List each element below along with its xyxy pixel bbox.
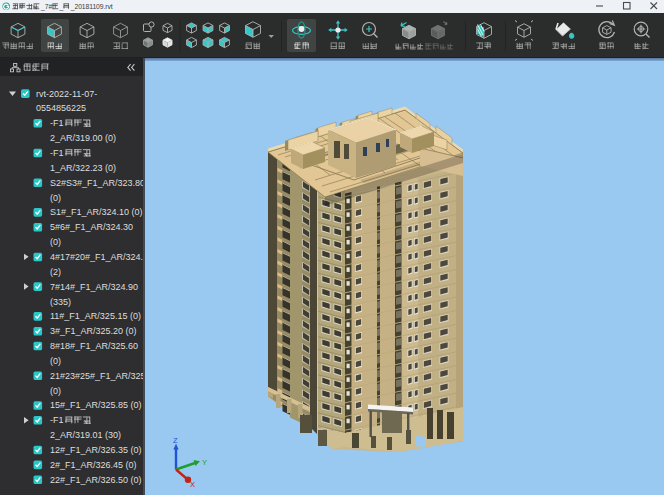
svg-text:3#_F1_AR/325.20 (0): 3#_F1_AR/325.20 (0) <box>50 326 137 336</box>
svg-text:(0): (0) <box>50 386 61 396</box>
svg-text:7#14#_F1_AR/324.90: 7#14#_F1_AR/324.90 <box>50 282 138 292</box>
svg-text:4#17#20#_F1_AR/324.: 4#17#20#_F1_AR/324. <box>50 252 143 262</box>
svg-text:8#18#_F1_AR/325.60: 8#18#_F1_AR/325.60 <box>50 341 138 351</box>
svg-text:(335): (335) <box>50 297 71 307</box>
svg-text:(0): (0) <box>50 237 61 247</box>
svg-text:S2#S3#_F1_AR/323.80: S2#S3#_F1_AR/323.80 <box>50 178 143 188</box>
svg-text:rvt-2022-11-07-: rvt-2022-11-07- <box>36 89 97 99</box>
svg-text:X: X <box>190 480 195 489</box>
svg-text:2_AR/319.01 (30): 2_AR/319.01 (30) <box>50 430 121 440</box>
svg-text:2#_F1_AR/326.45 (0): 2#_F1_AR/326.45 (0) <box>50 460 137 470</box>
svg-text:0554856225: 0554856225 <box>36 103 86 113</box>
svg-text:S1#_F1_AR/324.10 (0): S1#_F1_AR/324.10 (0) <box>50 207 143 217</box>
svg-text:-F1: -F1 <box>50 415 64 425</box>
svg-text:(0): (0) <box>50 193 61 203</box>
svg-text:22#_F1_AR/326.50 (0): 22#_F1_AR/326.50 (0) <box>50 475 142 485</box>
svg-text:-F1: -F1 <box>50 148 64 158</box>
svg-text:15#_F1_AR/325.85 (0): 15#_F1_AR/325.85 (0) <box>50 400 142 410</box>
svg-text:2_AR/319.00 (0): 2_AR/319.00 (0) <box>50 133 116 143</box>
svg-text:12#_F1_AR/326.35 (0): 12#_F1_AR/326.35 (0) <box>50 445 142 455</box>
svg-text:Y: Y <box>202 458 207 467</box>
svg-text:5#6#_F1_AR/324.30: 5#6#_F1_AR/324.30 <box>50 222 133 232</box>
svg-text:(0): (0) <box>50 356 61 366</box>
svg-text:-F1: -F1 <box>50 118 64 128</box>
svg-text:11#_F1_AR/325.15 (0): 11#_F1_AR/325.15 (0) <box>50 311 141 321</box>
svg-text:(2): (2) <box>50 267 61 277</box>
svg-text:21#23#25#_F1_AR/325: 21#23#25#_F1_AR/325 <box>50 371 143 381</box>
svg-text:Z: Z <box>173 436 178 445</box>
svg-text:1_AR/322.23 (0): 1_AR/322.23 (0) <box>50 163 116 173</box>
